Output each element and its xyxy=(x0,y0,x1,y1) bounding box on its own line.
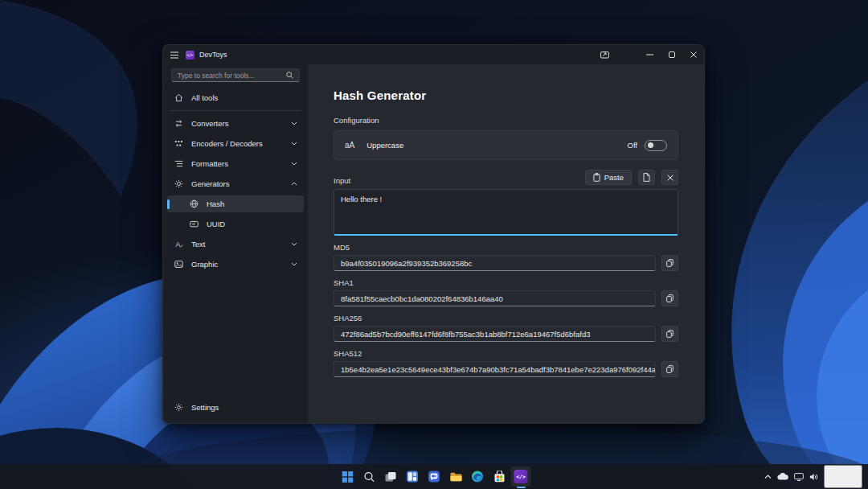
input-label: Input xyxy=(334,176,585,185)
tray-chevron-up-icon[interactable] xyxy=(764,475,772,479)
onedrive-cloud-icon[interactable] xyxy=(777,473,788,480)
chevron-down-icon xyxy=(291,262,297,266)
titlebar[interactable]: </> DevToys xyxy=(163,45,704,64)
chevron-down-icon xyxy=(291,162,297,166)
edge-icon[interactable] xyxy=(468,466,488,487)
taskbar: </> 12:00 PM 1/18/2022 xyxy=(0,464,868,489)
close-icon xyxy=(667,175,674,181)
svg-text:A: A xyxy=(175,240,180,249)
sha512-output-field[interactable]: 1b5e4b2ea5e1e23c5649ece43bf3e674b7a90b3f… xyxy=(334,361,656,377)
taskbar-devtoys-icon[interactable]: </> xyxy=(511,466,531,487)
toggle-state-label: Off xyxy=(628,141,638,150)
chat-icon[interactable] xyxy=(424,466,444,487)
sidebar-nav: All tools Converters Encoders / Decoders xyxy=(163,89,308,399)
clock-date: 1/18/2022 xyxy=(828,477,858,486)
widgets-icon[interactable] xyxy=(403,466,423,487)
chevron-down-icon xyxy=(291,142,297,146)
main-content: Hash Generator Configuration aA Uppercas… xyxy=(308,64,704,423)
encoders-decoders-icon xyxy=(174,139,183,148)
md5-output-field[interactable]: b9a4f035019096a2f939352b369258bc xyxy=(334,255,656,271)
start-button[interactable] xyxy=(338,466,358,487)
devtoys-logo-icon: </> xyxy=(186,51,194,60)
sidebar: All tools Converters Encoders / Decoders xyxy=(163,64,308,423)
copy-icon xyxy=(666,365,674,373)
input-textarea[interactable]: Hello there ! xyxy=(334,189,678,236)
file-icon xyxy=(643,173,650,182)
chevron-up-icon xyxy=(291,182,297,186)
sha512-output-row: 1b5e4b2ea5e1e23c5649ece43bf3e674b7a90b3f… xyxy=(334,361,678,377)
microsoft-store-icon[interactable] xyxy=(489,466,510,487)
copy-button[interactable] xyxy=(661,361,678,377)
close-icon[interactable] xyxy=(682,45,704,64)
copy-button[interactable] xyxy=(661,326,678,342)
search-input[interactable] xyxy=(178,72,286,80)
page-title: Hash Generator xyxy=(334,88,678,102)
paste-button[interactable]: Paste xyxy=(585,170,632,185)
converters-icon xyxy=(174,119,183,128)
uuid-badge-icon: id xyxy=(189,220,199,228)
paste-button-label: Paste xyxy=(604,173,624,182)
minimize-icon[interactable] xyxy=(639,45,661,64)
copy-icon xyxy=(666,294,674,302)
sidebar-divider xyxy=(170,110,301,111)
search-icon xyxy=(286,72,293,79)
toggle-knob xyxy=(648,142,653,148)
sidebar-item-hash[interactable]: Hash xyxy=(167,195,304,212)
configuration-label: Configuration xyxy=(334,116,678,125)
sidebar-item-encoders-decoders[interactable]: Encoders / Decoders xyxy=(167,135,304,152)
gear-icon xyxy=(174,403,183,412)
clear-input-button[interactable] xyxy=(661,170,678,185)
copy-icon xyxy=(666,259,674,267)
sidebar-item-graphic[interactable]: Graphic xyxy=(167,256,304,273)
md5-label: MD5 xyxy=(334,243,678,252)
sha1-output-field[interactable]: 8fa581f55caecb0bc1da080202f64836b146aa40 xyxy=(334,290,656,306)
uppercase-aA-icon: aA xyxy=(345,141,354,150)
copy-button[interactable] xyxy=(661,255,678,271)
task-view-icon[interactable] xyxy=(381,466,401,487)
compact-overlay-icon[interactable] xyxy=(592,45,616,64)
hamburger-menu-icon[interactable] xyxy=(170,51,178,59)
clipboard-icon xyxy=(593,173,600,182)
home-icon xyxy=(174,93,183,102)
sidebar-item-generators[interactable]: Generators xyxy=(167,175,304,192)
sidebar-item-formatters[interactable]: Formatters xyxy=(167,155,304,172)
text-tool-icon: A xyxy=(174,240,183,249)
generators-icon xyxy=(174,179,183,188)
sha1-label: SHA1 xyxy=(334,278,678,287)
volume-icon[interactable] xyxy=(809,473,818,481)
svg-text:id: id xyxy=(192,222,195,226)
uppercase-label: Uppercase xyxy=(366,141,627,150)
copy-button[interactable] xyxy=(661,290,678,306)
devtoys-window: </> DevToys xyxy=(162,44,705,424)
sidebar-item-all-tools[interactable]: All tools xyxy=(167,89,304,106)
sha256-output-row: 472f86ad5b7bcd90eff6147fd6f8fb755ac3b1ab… xyxy=(334,326,678,342)
load-file-button[interactable] xyxy=(638,170,655,185)
graphic-image-icon xyxy=(174,260,183,269)
sha256-output-field[interactable]: 472f86ad5b7bcd90eff6147fd6f8fb755ac3b1ab… xyxy=(334,326,656,342)
chevron-down-icon xyxy=(291,121,297,125)
uppercase-toggle[interactable] xyxy=(645,140,667,151)
taskbar-search-icon[interactable] xyxy=(359,466,379,487)
clock-time: 12:00 PM xyxy=(828,468,858,477)
sidebar-item-settings[interactable]: Settings xyxy=(167,399,304,416)
sidebar-item-text[interactable]: A Text xyxy=(167,236,304,253)
search-box[interactable] xyxy=(171,68,300,82)
sidebar-item-uuid[interactable]: id UUID xyxy=(167,216,304,232)
hash-sphere-icon xyxy=(189,199,199,208)
window-title: DevToys xyxy=(199,51,227,59)
sha512-label: SHA512 xyxy=(334,349,678,358)
file-explorer-icon[interactable] xyxy=(446,466,466,487)
uppercase-setting-card: aA Uppercase Off xyxy=(334,130,678,160)
maximize-icon[interactable] xyxy=(661,45,682,64)
sha1-output-row: 8fa581f55caecb0bc1da080202f64836b146aa40 xyxy=(334,290,678,306)
chevron-down-icon xyxy=(291,242,297,246)
copy-icon xyxy=(666,330,674,338)
sha256-label: SHA256 xyxy=(334,314,678,323)
md5-output-row: b9a4f035019096a2f939352b369258bc xyxy=(334,255,678,271)
sidebar-item-converters[interactable]: Converters xyxy=(167,115,304,132)
taskbar-clock[interactable]: 12:00 PM 1/18/2022 xyxy=(824,465,862,488)
formatters-icon xyxy=(174,159,183,168)
network-icon[interactable] xyxy=(794,473,804,481)
